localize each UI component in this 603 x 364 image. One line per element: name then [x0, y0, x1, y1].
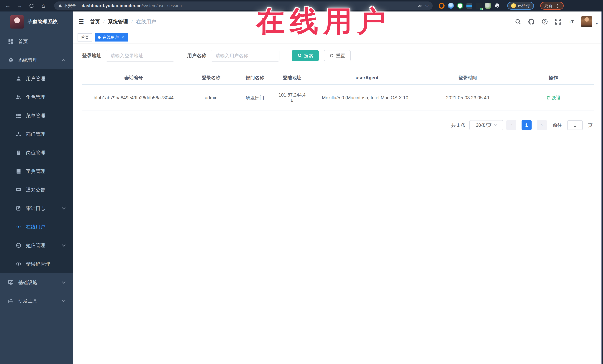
force-logout-label: 强退 — [551, 95, 560, 101]
prev-page-button[interactable]: ‹ — [506, 120, 516, 130]
browser-menu-kebab-icon[interactable]: ⋮ — [555, 3, 560, 8]
sidebar-item-post-mgmt[interactable]: 岗位管理 — [0, 143, 73, 162]
extension-green-v-icon[interactable] — [457, 3, 463, 9]
online-users-icon — [16, 224, 22, 230]
sidebar-item-online-users[interactable]: 在线用户 — [0, 218, 73, 236]
force-logout-link[interactable]: 强退 — [546, 95, 560, 101]
password-key-icon[interactable] — [417, 3, 422, 8]
browser-update-button[interactable]: 更新 ⋮ — [540, 2, 564, 10]
dev-tools-icon — [8, 298, 14, 304]
page-number-button[interactable]: 1 — [522, 120, 532, 130]
user-avatar[interactable] — [581, 16, 592, 27]
bookmark-star-icon[interactable]: ☆ — [425, 3, 429, 8]
sidebar-item-label: 菜单管理 — [26, 112, 45, 119]
sidebar-item-dept-mgmt[interactable]: 部门管理 — [0, 125, 73, 143]
sidebar-item-home[interactable]: 首页 — [0, 32, 73, 51]
tag-close-icon[interactable]: ✕ — [121, 35, 125, 40]
column-header-user-agent: userAgent — [311, 75, 423, 80]
chevron-up-icon — [62, 59, 66, 63]
next-arrow: › — [541, 122, 543, 128]
goto-page-input[interactable] — [567, 120, 583, 130]
roles-icon — [16, 95, 22, 100]
cell-session-id: bfbb1ab79ba849e49fb26ddb56a73044 — [82, 95, 185, 100]
audit-log-icon — [16, 206, 22, 211]
extension-bulb-icon[interactable] — [448, 3, 454, 9]
url-domain: dashboard.yudao.iocoder.cn — [82, 3, 142, 8]
sidebar-item-label: 首页 — [18, 38, 28, 45]
extension-translate-icon[interactable]: en — [476, 3, 482, 9]
extensions-puzzle-icon[interactable] — [494, 3, 500, 9]
tag-online-users[interactable]: 在线用户 ✕ — [95, 33, 128, 42]
extension-green-key-icon[interactable] — [485, 3, 491, 9]
cell-login-name: admin — [185, 95, 237, 100]
sidebar-logo-row[interactable]: 芋道管理系统 — [0, 11, 73, 32]
table-row: bfbb1ab79ba849e49fb26ddb56a73044 admin 研… — [82, 85, 594, 110]
sidebar-item-infrastructure[interactable]: 基础设施 — [0, 273, 73, 292]
window-right-edge — [601, 11, 603, 364]
breadcrumb-system[interactable]: 系统管理 — [108, 18, 128, 25]
sidebar-item-system[interactable]: 系统管理 — [0, 51, 73, 69]
sidebar-item-label: 岗位管理 — [26, 150, 45, 156]
reset-refresh-icon — [329, 53, 334, 58]
sidebar-item-menu-mgmt[interactable]: 菜单管理 — [0, 106, 73, 125]
username-input[interactable] — [211, 50, 279, 62]
fullscreen-icon[interactable] — [554, 18, 562, 25]
reset-button[interactable]: 重置 — [324, 50, 351, 61]
hamburger-icon[interactable]: ☰ — [78, 18, 84, 25]
sidebar-item-label: 角色管理 — [26, 94, 45, 100]
extension-orange-icon[interactable] — [439, 3, 445, 9]
sidebar: 芋道管理系统 首页 系统管理 — [0, 11, 73, 364]
org-tree-icon — [16, 132, 22, 137]
sidebar-item-error-code[interactable]: 错误码管理 — [0, 255, 73, 273]
search-button[interactable]: 搜索 — [292, 50, 319, 61]
search-button-label: 搜索 — [304, 53, 313, 59]
sidebar-item-user-mgmt[interactable]: 用户管理 — [0, 69, 73, 88]
back-icon[interactable]: ← — [3, 1, 13, 11]
select-caret-icon — [494, 123, 497, 126]
sidebar-item-sms-mgmt[interactable]: 短信管理 — [0, 236, 73, 255]
reload-icon[interactable] — [27, 1, 36, 11]
github-icon[interactable] — [528, 18, 535, 25]
cell-login-address: 101.87.244.46 — [273, 92, 311, 103]
home-icon[interactable]: ⌂ — [39, 1, 48, 11]
security-warning-icon[interactable]: 不安全 — [58, 3, 76, 9]
tag-home[interactable]: 首页 — [78, 33, 93, 42]
page-size-select[interactable]: 20条/页 — [469, 120, 503, 130]
url-divider — [79, 3, 79, 8]
sidebar-item-role-mgmt[interactable]: 角色管理 — [0, 88, 73, 106]
cell-user-agent: Mozilla/5.0 (Macintosh; Intel Mac OS X 1… — [311, 95, 423, 100]
main-area: ☰ 首页 / 系统管理 / 在线用户 ? — [73, 11, 603, 364]
avatar-caret-icon[interactable]: ▾ — [596, 21, 598, 26]
sidebar-item-notice[interactable]: 通知公告 — [0, 180, 73, 199]
profile-paused-badge[interactable]: 已暂停 — [507, 2, 534, 10]
column-header-login-time: 登录时间 — [423, 75, 512, 81]
sidebar-item-label: 研发工具 — [18, 298, 37, 304]
breadcrumb-separator: / — [131, 19, 133, 25]
page-size-value: 20条/页 — [476, 122, 492, 128]
font-size-icon[interactable]: ᴛT — [568, 18, 575, 25]
page-content: 登录地址 用户名称 搜索 重置 — [73, 43, 603, 364]
extension-diamond-icon[interactable] — [466, 3, 472, 9]
breadcrumb-home[interactable]: 首页 — [90, 18, 100, 25]
sidebar-menu: 首页 系统管理 用户管理 — [0, 32, 73, 364]
app-logo — [10, 15, 24, 29]
login-address-input[interactable] — [106, 50, 174, 62]
sidebar-item-dict-mgmt[interactable]: 字典管理 — [0, 162, 73, 180]
puzzle-glyph — [494, 3, 500, 8]
sidebar-item-audit-log[interactable]: 审计日志 — [0, 199, 73, 218]
security-label[interactable]: 不安全 — [64, 3, 76, 9]
goto-label: 前往 — [553, 122, 562, 128]
screenshot-root: ← → ⌂ 不安全 dashboard.yudao.iocoder.cn/sys… — [0, 0, 603, 364]
sidebar-item-label: 错误码管理 — [26, 261, 50, 267]
sidebar-item-label: 用户管理 — [26, 76, 45, 82]
message-bubble-icon — [16, 187, 22, 192]
sidebar-item-dev-tools[interactable]: 研发工具 — [0, 292, 73, 310]
search-icon[interactable] — [514, 18, 522, 25]
column-header-actions: 操作 — [512, 75, 594, 81]
address-bar[interactable]: 不安全 dashboard.yudao.iocoder.cn/system/us… — [54, 1, 433, 10]
tag-label: 首页 — [81, 35, 89, 40]
next-page-button[interactable]: › — [537, 120, 547, 130]
url-text[interactable]: dashboard.yudao.iocoder.cn/system/user-s… — [82, 3, 182, 8]
forward-icon[interactable]: → — [15, 1, 24, 11]
help-icon[interactable]: ? — [541, 18, 548, 25]
